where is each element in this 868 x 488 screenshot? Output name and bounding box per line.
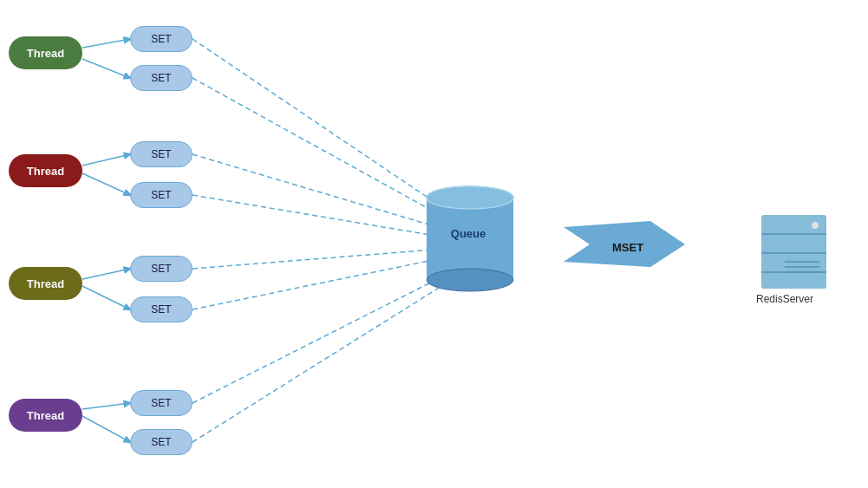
svg-line-8: [82, 39, 130, 48]
set-green-2: SET: [130, 65, 193, 91]
svg-line-1: [193, 78, 467, 230]
svg-line-7: [193, 270, 467, 442]
svg-line-10: [82, 154, 130, 166]
svg-line-4: [193, 247, 467, 269]
svg-line-14: [82, 403, 130, 409]
svg-line-5: [193, 253, 467, 309]
svg-line-0: [193, 39, 467, 224]
set-olive-2-label: SET: [151, 303, 171, 316]
svg-line-9: [82, 59, 130, 78]
set-purple-2: SET: [130, 429, 193, 455]
queue-label: Queue: [425, 227, 512, 240]
set-purple-1-label: SET: [151, 397, 171, 409]
diagram-container: { "threads": [ { "id": "green", "label":…: [0, 0, 868, 488]
thread-olive-label: Thread: [27, 277, 64, 290]
svg-line-12: [82, 269, 130, 279]
set-green-2-label: SET: [151, 72, 171, 84]
thread-purple: Thread: [9, 399, 82, 432]
thread-green: Thread: [9, 36, 82, 69]
set-olive-1-label: SET: [151, 263, 171, 275]
set-purple-1: SET: [130, 390, 193, 416]
redis-label: RedisServer: [756, 293, 813, 305]
svg-point-18: [427, 269, 513, 291]
svg-line-2: [193, 154, 467, 236]
svg-line-11: [82, 173, 130, 195]
set-red-2-label: SET: [151, 189, 171, 201]
thread-purple-label: Thread: [27, 409, 64, 422]
svg-line-6: [193, 264, 467, 403]
svg-line-13: [82, 286, 130, 309]
thread-green-label: Thread: [27, 47, 64, 60]
set-purple-2-label: SET: [151, 436, 171, 448]
thread-olive: Thread: [9, 267, 82, 300]
set-green-1-label: SET: [151, 33, 171, 45]
set-green-1: SET: [130, 26, 193, 52]
svg-line-15: [82, 416, 130, 442]
mset-label: MSET: [612, 241, 643, 254]
svg-point-25: [812, 222, 819, 229]
thread-red-label: Thread: [27, 165, 64, 178]
set-olive-1: SET: [130, 256, 193, 282]
set-red-1-label: SET: [151, 148, 171, 160]
set-red-2: SET: [130, 182, 193, 208]
set-olive-2: SET: [130, 296, 193, 322]
thread-red: Thread: [9, 154, 82, 187]
set-red-1: SET: [130, 141, 193, 167]
